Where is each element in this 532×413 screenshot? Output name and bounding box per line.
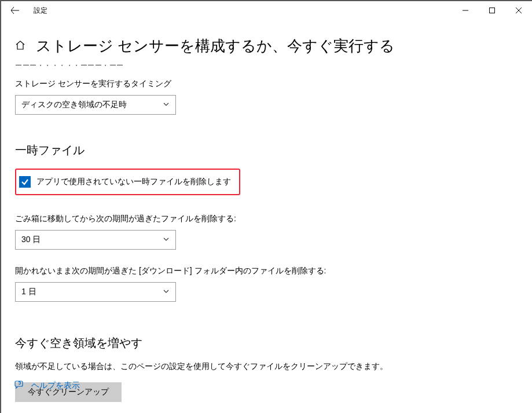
downloads-dropdown[interactable]: 1 日 [15, 282, 176, 302]
highlight-annotation: アプリで使用されていない一時ファイルを削除します [15, 169, 240, 195]
free-now-heading: 今すぐ空き領域を増やす [15, 335, 518, 351]
delete-unused-temp-checkbox[interactable] [19, 176, 31, 188]
maximize-button[interactable] [479, 1, 505, 20]
temp-files-heading: 一時ファイル [15, 142, 518, 158]
content-area: ストレージ センサーを構成するか、今すぐ実行する ーーー・・・・・・ーーー・ーー… [1, 20, 532, 402]
home-icon[interactable] [15, 40, 25, 53]
recycle-bin-label: ごみ箱に移動してから次の期間が過ぎたファイルを削除する: [15, 214, 518, 224]
timing-dropdown[interactable]: ディスクの空き領域の不足時 [15, 95, 176, 115]
recycle-bin-dropdown[interactable]: 30 日 [15, 230, 176, 250]
chevron-down-icon [163, 100, 170, 109]
page-title: ストレージ センサーを構成するか、今すぐ実行する [36, 37, 395, 55]
titlebar: 設定 [1, 1, 532, 20]
help-row: ヘルプを表示 [14, 379, 80, 392]
back-button[interactable] [6, 1, 24, 20]
timing-label: ストレージ センサーを実行するタイミング [15, 79, 518, 89]
free-now-description: 領域が不足している場合は、このページの設定を使用して今すぐファイルをクリーンアッ… [15, 361, 518, 372]
close-button[interactable] [505, 1, 532, 20]
obscured-text: ーーー・・・・・・ーーー・ーー [15, 61, 518, 71]
recycle-bin-dropdown-value: 30 日 [21, 235, 41, 245]
downloads-dropdown-value: 1 日 [21, 287, 36, 297]
minimize-button[interactable] [452, 1, 479, 20]
help-chat-icon [14, 379, 24, 392]
chevron-down-icon [163, 235, 170, 244]
chevron-down-icon [163, 287, 170, 297]
window-title: 設定 [34, 6, 47, 16]
svg-rect-0 [490, 8, 495, 13]
help-link[interactable]: ヘルプを表示 [31, 381, 80, 391]
downloads-label: 開かれないまま次の期間が過ぎた [ダウンロード] フォルダー内のファイルを削除す… [15, 266, 518, 276]
delete-unused-temp-label: アプリで使用されていない一時ファイルを削除します [36, 177, 231, 187]
timing-dropdown-value: ディスクの空き領域の不足時 [21, 100, 127, 110]
